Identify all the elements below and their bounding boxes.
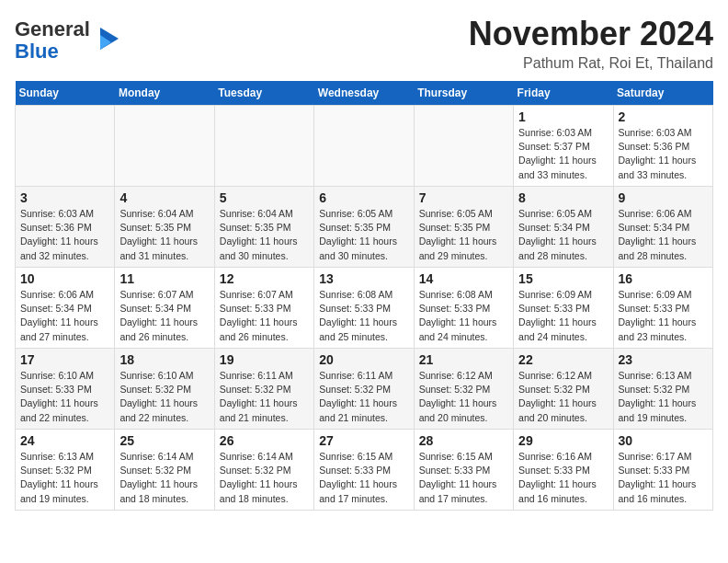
day-number: 30 [619,433,708,448]
day-info: Sunrise: 6:04 AM Sunset: 5:35 PM Dayligh… [119,207,209,263]
calendar-cell [414,106,513,187]
day-number: 4 [119,190,209,205]
day-info: Sunrise: 6:10 AM Sunset: 5:32 PM Dayligh… [119,369,209,425]
day-info: Sunrise: 6:10 AM Sunset: 5:33 PM Dayligh… [20,369,109,425]
logo-general: General [15,17,90,40]
calendar-cell: 25Sunrise: 6:14 AM Sunset: 5:32 PM Dayli… [115,430,214,511]
calendar-cell: 14Sunrise: 6:08 AM Sunset: 5:33 PM Dayli… [414,268,513,349]
calendar-cell: 6Sunrise: 6:05 AM Sunset: 5:35 PM Daylig… [314,187,414,268]
calendar-cell: 5Sunrise: 6:04 AM Sunset: 5:35 PM Daylig… [214,187,313,268]
day-info: Sunrise: 6:03 AM Sunset: 5:36 PM Dayligh… [619,126,708,182]
calendar-cell: 9Sunrise: 6:06 AM Sunset: 5:34 PM Daylig… [613,187,712,268]
day-info: Sunrise: 6:05 AM Sunset: 5:35 PM Dayligh… [419,207,508,263]
day-info: Sunrise: 6:14 AM Sunset: 5:32 PM Dayligh… [119,450,209,506]
calendar-table: SundayMondayTuesdayWednesdayThursdayFrid… [15,81,713,511]
day-number: 6 [319,190,408,205]
day-info: Sunrise: 6:06 AM Sunset: 5:34 PM Dayligh… [619,207,708,263]
day-number: 27 [319,433,408,448]
weekday-header-sunday: Sunday [16,81,115,106]
day-info: Sunrise: 6:09 AM Sunset: 5:33 PM Dayligh… [518,288,608,344]
calendar-week-2: 10Sunrise: 6:06 AM Sunset: 5:34 PM Dayli… [16,268,713,349]
calendar-body: 1Sunrise: 6:03 AM Sunset: 5:37 PM Daylig… [16,106,713,511]
day-number: 5 [220,190,309,205]
calendar-cell: 28Sunrise: 6:15 AM Sunset: 5:33 PM Dayli… [414,430,513,511]
day-info: Sunrise: 6:12 AM Sunset: 5:32 PM Dayligh… [518,369,608,425]
logo: General Blue [15,18,122,63]
day-number: 18 [119,352,209,367]
location: Pathum Rat, Roi Et, Thailand [469,55,713,72]
day-number: 10 [20,271,109,286]
day-number: 12 [220,271,309,286]
day-info: Sunrise: 6:03 AM Sunset: 5:36 PM Dayligh… [20,207,109,263]
weekday-header-tuesday: Tuesday [214,81,313,106]
day-info: Sunrise: 6:05 AM Sunset: 5:34 PM Dayligh… [518,207,608,263]
day-number: 14 [419,271,508,286]
day-info: Sunrise: 6:17 AM Sunset: 5:33 PM Dayligh… [619,450,708,506]
calendar-cell: 1Sunrise: 6:03 AM Sunset: 5:37 PM Daylig… [514,106,613,187]
day-number: 19 [220,352,309,367]
calendar-cell: 11Sunrise: 6:07 AM Sunset: 5:34 PM Dayli… [115,268,214,349]
calendar-cell: 10Sunrise: 6:06 AM Sunset: 5:34 PM Dayli… [16,268,115,349]
calendar-cell: 19Sunrise: 6:11 AM Sunset: 5:32 PM Dayli… [214,349,313,430]
day-number: 26 [220,433,309,448]
calendar-cell: 26Sunrise: 6:14 AM Sunset: 5:32 PM Dayli… [214,430,313,511]
logo-blue: Blue [15,40,59,63]
day-info: Sunrise: 6:09 AM Sunset: 5:33 PM Dayligh… [619,288,708,344]
calendar-cell: 23Sunrise: 6:13 AM Sunset: 5:32 PM Dayli… [613,349,712,430]
calendar-week-1: 3Sunrise: 6:03 AM Sunset: 5:36 PM Daylig… [16,187,713,268]
weekday-header-thursday: Thursday [414,81,513,106]
calendar-cell [16,106,115,187]
day-number: 28 [419,433,508,448]
weekday-header-monday: Monday [115,81,214,106]
day-number: 17 [20,352,109,367]
calendar-cell: 16Sunrise: 6:09 AM Sunset: 5:33 PM Dayli… [613,268,712,349]
day-number: 1 [518,109,608,124]
day-info: Sunrise: 6:15 AM Sunset: 5:33 PM Dayligh… [319,450,408,506]
weekday-header-wednesday: Wednesday [314,81,414,106]
calendar-cell: 29Sunrise: 6:16 AM Sunset: 5:33 PM Dayli… [514,430,613,511]
calendar-week-4: 24Sunrise: 6:13 AM Sunset: 5:32 PM Dayli… [16,430,713,511]
day-info: Sunrise: 6:13 AM Sunset: 5:32 PM Dayligh… [619,369,708,425]
calendar-cell: 30Sunrise: 6:17 AM Sunset: 5:33 PM Dayli… [613,430,712,511]
day-number: 3 [20,190,109,205]
header: General Blue November 2024 Pathum Rat, R… [15,15,713,72]
title-block: November 2024 Pathum Rat, Roi Et, Thaila… [469,15,713,72]
logo-icon [93,24,122,53]
day-number: 25 [119,433,209,448]
day-number: 16 [619,271,708,286]
calendar-cell: 27Sunrise: 6:15 AM Sunset: 5:33 PM Dayli… [314,430,414,511]
day-number: 8 [518,190,608,205]
day-number: 11 [119,271,209,286]
day-number: 2 [619,109,708,124]
day-number: 13 [319,271,408,286]
calendar-cell [314,106,414,187]
day-info: Sunrise: 6:11 AM Sunset: 5:32 PM Dayligh… [319,369,408,425]
weekday-header-saturday: Saturday [613,81,712,106]
weekday-header-row: SundayMondayTuesdayWednesdayThursdayFrid… [16,81,713,106]
calendar-week-0: 1Sunrise: 6:03 AM Sunset: 5:37 PM Daylig… [16,106,713,187]
day-number: 7 [419,190,508,205]
calendar-cell: 20Sunrise: 6:11 AM Sunset: 5:32 PM Dayli… [314,349,414,430]
calendar-week-3: 17Sunrise: 6:10 AM Sunset: 5:33 PM Dayli… [16,349,713,430]
day-info: Sunrise: 6:08 AM Sunset: 5:33 PM Dayligh… [419,288,508,344]
day-number: 23 [619,352,708,367]
day-info: Sunrise: 6:16 AM Sunset: 5:33 PM Dayligh… [518,450,608,506]
day-number: 9 [619,190,708,205]
day-info: Sunrise: 6:14 AM Sunset: 5:32 PM Dayligh… [220,450,309,506]
day-number: 20 [319,352,408,367]
calendar-cell: 2Sunrise: 6:03 AM Sunset: 5:36 PM Daylig… [613,106,712,187]
day-info: Sunrise: 6:15 AM Sunset: 5:33 PM Dayligh… [419,450,508,506]
calendar-cell: 21Sunrise: 6:12 AM Sunset: 5:32 PM Dayli… [414,349,513,430]
day-info: Sunrise: 6:07 AM Sunset: 5:33 PM Dayligh… [220,288,309,344]
calendar-cell: 18Sunrise: 6:10 AM Sunset: 5:32 PM Dayli… [115,349,214,430]
day-info: Sunrise: 6:11 AM Sunset: 5:32 PM Dayligh… [220,369,309,425]
calendar-cell: 4Sunrise: 6:04 AM Sunset: 5:35 PM Daylig… [115,187,214,268]
day-info: Sunrise: 6:03 AM Sunset: 5:37 PM Dayligh… [518,126,608,182]
day-info: Sunrise: 6:04 AM Sunset: 5:35 PM Dayligh… [220,207,309,263]
month-title: November 2024 [469,15,713,53]
day-info: Sunrise: 6:06 AM Sunset: 5:34 PM Dayligh… [20,288,109,344]
calendar-cell: 8Sunrise: 6:05 AM Sunset: 5:34 PM Daylig… [514,187,613,268]
day-info: Sunrise: 6:13 AM Sunset: 5:32 PM Dayligh… [20,450,109,506]
day-info: Sunrise: 6:12 AM Sunset: 5:32 PM Dayligh… [419,369,508,425]
calendar-cell: 12Sunrise: 6:07 AM Sunset: 5:33 PM Dayli… [214,268,313,349]
